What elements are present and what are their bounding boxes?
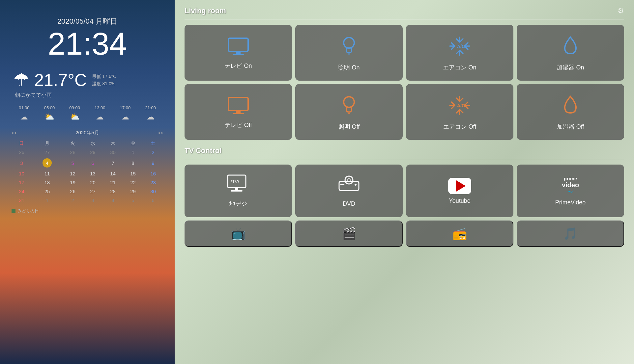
cal-day[interactable]: 27 — [83, 187, 103, 196]
weekday-sat: 土 — [143, 139, 163, 148]
cal-row-5: 24 25 26 27 28 29 30 — [12, 187, 163, 196]
ac-off-icon: A/C — [448, 95, 471, 119]
cal-day[interactable]: 6 — [83, 157, 103, 169]
chidegi-button[interactable]: /TV/ 地デジ — [185, 165, 292, 217]
cal-day[interactable]: 24 — [12, 187, 32, 196]
cal-day[interactable]: 3 — [12, 157, 32, 169]
dvd-button[interactable]: DVD — [295, 165, 403, 217]
cal-day[interactable]: 18 — [32, 178, 63, 187]
tv-icon — [227, 37, 250, 58]
hourly-item-5: 17:00 ☁ — [120, 105, 131, 121]
living-room-header: Living room ⚙ — [185, 7, 624, 15]
cal-day[interactable]: 21 — [103, 178, 123, 187]
hourly-item-6: 21:00 ☁ — [145, 105, 156, 121]
weekday-mon: 月 — [32, 139, 63, 148]
cal-day[interactable]: 20 — [83, 178, 103, 187]
ac-on-button[interactable]: A/C エアコン On — [406, 25, 513, 81]
cal-day[interactable]: 23 — [143, 178, 163, 187]
cal-day[interactable]: 19 — [63, 178, 83, 187]
cal-day[interactable]: 25 — [32, 187, 63, 196]
svg-rect-0 — [228, 38, 248, 51]
hourly-item-3: 09:00 ⛅ — [69, 105, 80, 121]
partial-btn-1[interactable]: 📺 — [185, 221, 292, 247]
svg-rect-16 — [235, 188, 238, 190]
cal-day[interactable]: 15 — [123, 169, 143, 178]
date-display: 2020/05/04 月曜日 — [10, 16, 165, 26]
cal-day[interactable]: 3 — [83, 196, 103, 205]
svg-rect-9 — [233, 113, 244, 114]
youtube-icon — [448, 178, 471, 194]
settings-icon[interactable]: ⚙ — [618, 7, 624, 15]
right-content: Living room ⚙ テレビ On — [175, 0, 634, 253]
cal-day[interactable]: 4 — [103, 196, 123, 205]
hourly-item-1: 01:00 ☁ — [19, 105, 30, 121]
cal-day[interactable]: 29 — [83, 148, 103, 157]
partial-icon-4: 🎵 — [563, 227, 578, 241]
calendar-grid: 日 月 火 水 木 金 土 26 27 28 29 30 — [12, 139, 163, 205]
cal-day[interactable]: 1 — [123, 148, 143, 157]
cal-day[interactable]: 26 — [12, 148, 32, 157]
partial-btn-4[interactable]: 🎵 — [517, 221, 624, 247]
weekday-thu: 木 — [103, 139, 123, 148]
cal-day[interactable]: 2 — [63, 196, 83, 205]
partial-icon-1: 📺 — [231, 227, 246, 241]
cal-day[interactable]: 30 — [143, 187, 163, 196]
cal-day[interactable]: 30 — [103, 148, 123, 157]
living-room-buttons-grid: テレビ On 照明 On — [185, 25, 624, 140]
hourly-item-4: 13:00 ☁ — [95, 105, 105, 121]
cal-day[interactable]: 22 — [123, 178, 143, 187]
ac-off-button[interactable]: A/C エアコン Off — [406, 84, 513, 140]
calendar-header: << 2020年5月 >> — [12, 130, 163, 136]
svg-text:/TV/: /TV/ — [231, 179, 239, 184]
cal-day[interactable]: 12 — [63, 169, 83, 178]
youtube-button[interactable]: Youtube — [406, 165, 513, 217]
tv-on-button[interactable]: テレビ On — [185, 25, 292, 81]
svg-rect-18 — [339, 181, 359, 191]
cal-day-today[interactable]: 4 — [32, 157, 63, 169]
cal-day[interactable]: 9 — [143, 157, 163, 169]
cal-day[interactable]: 7 — [103, 157, 123, 169]
svg-rect-2 — [233, 54, 244, 55]
cal-day[interactable]: 17 — [12, 178, 32, 187]
cal-day[interactable]: 31 — [12, 196, 32, 205]
calendar-next-button[interactable]: >> — [158, 130, 163, 136]
cal-day[interactable]: 1 — [32, 196, 63, 205]
temperature-display: 21.7°C — [34, 70, 87, 90]
cal-day[interactable]: 8 — [123, 157, 143, 169]
cal-day[interactable]: 11 — [32, 169, 63, 178]
humid-off-button[interactable]: 加湿器 Off — [517, 84, 624, 140]
cal-day[interactable]: 6 — [143, 196, 163, 205]
cal-day[interactable]: 10 — [12, 169, 32, 178]
living-room-title: Living room — [185, 7, 226, 15]
humid-off-icon — [562, 95, 580, 119]
cal-row-6: 31 1 2 3 4 5 6 — [12, 196, 163, 205]
svg-rect-17 — [231, 190, 243, 192]
calendar-prev-button[interactable]: << — [12, 130, 17, 136]
tv-off-button[interactable]: テレビ Off — [185, 84, 292, 140]
light-off-button[interactable]: 照明 Off — [295, 84, 403, 140]
cal-row-2: 3 4 5 6 7 8 9 — [12, 157, 163, 169]
cal-day[interactable]: 2 — [143, 148, 163, 157]
ac-on-icon: A/C — [448, 36, 471, 60]
weather-main: ☂ 21.7°C 最低 17.6°C 湿度 81.0% — [13, 69, 165, 91]
partial-btn-2[interactable]: 🎬 — [295, 221, 403, 247]
light-on-button[interactable]: 照明 On — [295, 25, 403, 81]
cal-day[interactable]: 14 — [103, 169, 123, 178]
cal-day[interactable]: 5 — [123, 196, 143, 205]
cal-day[interactable]: 26 — [63, 187, 83, 196]
cal-row-3: 10 11 12 13 14 15 16 — [12, 169, 163, 178]
cal-day[interactable]: 27 — [32, 148, 63, 157]
cal-day[interactable]: 28 — [103, 187, 123, 196]
cal-row-1: 26 27 28 29 30 1 2 — [12, 148, 163, 157]
cal-day[interactable]: 13 — [83, 169, 103, 178]
partial-btn-3[interactable]: 📻 — [406, 221, 513, 247]
calendar-month-label: 2020年5月 — [75, 130, 99, 136]
bottom-row-partial: 📺 🎬 📻 🎵 — [185, 221, 624, 247]
cal-day[interactable]: 28 — [63, 148, 83, 157]
partial-icon-2: 🎬 — [342, 227, 357, 241]
cal-day[interactable]: 29 — [123, 187, 143, 196]
cal-day[interactable]: 5 — [63, 157, 83, 169]
humid-on-button[interactable]: 加湿器 On — [517, 25, 624, 81]
primevideo-button[interactable]: prime video 〜 PrimeVideo — [517, 165, 624, 217]
cal-day[interactable]: 16 — [143, 169, 163, 178]
